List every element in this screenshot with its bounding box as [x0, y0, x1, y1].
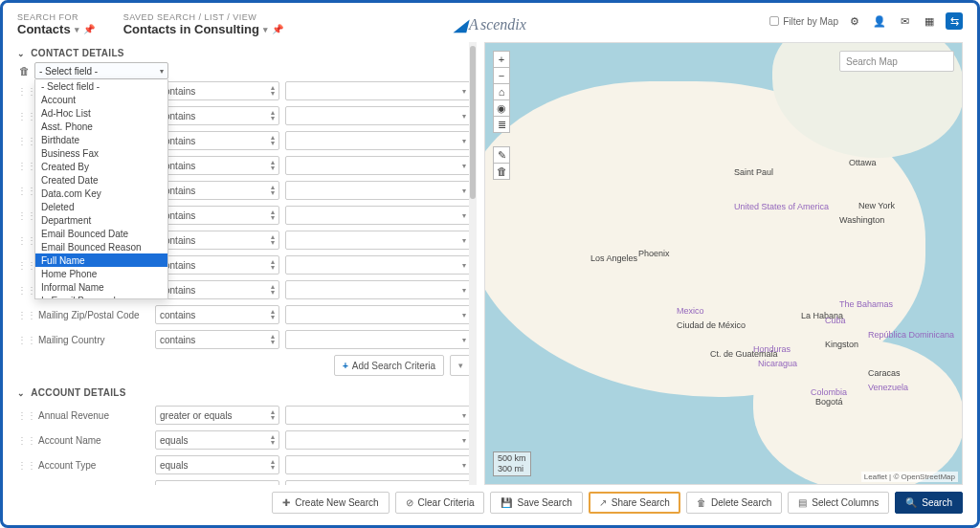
value-input[interactable]: ▾	[285, 131, 471, 150]
operator-select[interactable]: contains▴▾	[155, 156, 279, 175]
value-input[interactable]: ▾	[285, 81, 471, 100]
pin-icon[interactable]: 📌	[272, 24, 283, 34]
drag-handle-icon[interactable]: ⋮⋮	[17, 260, 29, 271]
save-search-button[interactable]: 💾Save Search	[490, 492, 582, 514]
value-input[interactable]: ▾	[285, 330, 471, 349]
scrollbar[interactable]	[469, 42, 477, 485]
operator-select[interactable]: contains▴▾	[155, 81, 279, 100]
field-option[interactable]: Home Phone	[35, 267, 167, 280]
add-search-criteria-button[interactable]: +Add Search Criteria	[334, 355, 444, 376]
field-select[interactable]: - Select field -▾	[34, 62, 168, 79]
criteria-row: ⋮⋮Industryequals▴▾Consulting▾	[17, 478, 471, 485]
operator-select[interactable]: equals▴▾	[155, 430, 279, 450]
map[interactable]: Saint PaulOttawaUnited States of America…	[484, 42, 963, 485]
operator-select[interactable]: contains▴▾	[155, 231, 279, 250]
zoom-out-button[interactable]: −	[493, 67, 510, 84]
field-option[interactable]: - Select field -	[35, 79, 167, 93]
operator-select[interactable]: greater or equals▴▾	[155, 406, 279, 425]
map-layers-button[interactable]: ≣	[493, 116, 510, 133]
drag-handle-icon[interactable]: ⋮⋮	[17, 235, 29, 246]
value-input[interactable]: ▾	[285, 305, 471, 324]
field-option[interactable]: Email Bounced Reason	[35, 240, 167, 253]
pin-icon[interactable]: 📌	[83, 24, 95, 34]
map-draw-button[interactable]: ✎	[493, 146, 510, 164]
value-input[interactable]: ▾	[285, 206, 471, 225]
field-option[interactable]: Department	[35, 213, 167, 227]
drag-handle-icon[interactable]: ⋮⋮	[17, 310, 29, 320]
field-option[interactable]: Created By	[35, 160, 167, 173]
search-for-block[interactable]: SEARCH FOR Contacts▾📌	[17, 12, 95, 36]
field-option[interactable]: Asst. Phone	[35, 120, 167, 133]
field-option[interactable]: Ad-Hoc List	[35, 106, 167, 120]
delete-search-button[interactable]: 🗑Delete Search	[686, 492, 782, 514]
mail-icon[interactable]: ✉	[896, 12, 913, 30]
operator-select[interactable]: contains▴▾	[155, 206, 279, 225]
operator-select[interactable]: contains▴▾	[155, 255, 279, 275]
saved-search-block[interactable]: SAVED SEARCH / LIST / VIEW Contacts in C…	[123, 12, 283, 36]
drag-handle-icon[interactable]: ⋮⋮	[17, 86, 29, 97]
search-button[interactable]: 🔍Search	[895, 492, 963, 514]
expand-criteria-button[interactable]: ▾	[450, 355, 471, 376]
zoom-in-button[interactable]: +	[493, 51, 510, 68]
drag-handle-icon[interactable]: ⋮⋮	[17, 210, 29, 221]
operator-select[interactable]: equals▴▾	[155, 455, 279, 474]
drag-handle-icon[interactable]: ⋮⋮	[17, 410, 29, 421]
drag-handle-icon[interactable]: ⋮⋮	[17, 136, 29, 146]
value-input[interactable]: ▾	[285, 455, 471, 474]
section-contact-details[interactable]: ⌄CONTACT DETAILS	[17, 42, 471, 62]
share-search-button[interactable]: ↗Share Search	[589, 492, 680, 514]
value-input[interactable]: ▾	[285, 430, 471, 450]
clear-criteria-button[interactable]: ⊘Clear Criteria	[395, 492, 485, 514]
value-input[interactable]: ▾	[285, 231, 471, 250]
checkbox-icon[interactable]	[769, 16, 779, 26]
field-select-dropdown[interactable]: - Select field -AccountAd-Hoc ListAsst. …	[34, 79, 168, 299]
operator-select[interactable]: contains▴▾	[155, 330, 279, 349]
create-new-search-button[interactable]: ✚Create New Search	[272, 492, 389, 514]
field-option[interactable]: Is Email Bounced	[35, 294, 167, 299]
map-home-button[interactable]: ⌂	[493, 83, 510, 100]
map-trash-button[interactable]: 🗑	[493, 163, 510, 180]
field-option[interactable]: Created Date	[35, 173, 167, 187]
field-option[interactable]: Full Name	[35, 253, 167, 267]
filter-by-map-toggle[interactable]: Filter by Map	[769, 16, 838, 27]
value-input[interactable]: ▾	[285, 106, 471, 125]
value-input[interactable]: ▾	[285, 181, 471, 200]
operator-select[interactable]: contains▴▾	[155, 280, 279, 299]
panel-toggle-icon[interactable]: ⇆	[946, 12, 963, 30]
field-option[interactable]: Deleted	[35, 200, 167, 213]
field-option[interactable]: Account	[35, 93, 167, 106]
trash-icon[interactable]: 🗑	[17, 65, 31, 77]
operator-select[interactable]: contains▴▾	[155, 131, 279, 150]
user-icon[interactable]: 👤	[871, 12, 888, 30]
section-account-details[interactable]: ⌄ACCOUNT DETAILS	[17, 382, 471, 402]
operator-select[interactable]: contains▴▾	[155, 181, 279, 200]
drag-handle-icon[interactable]: ⋮⋮	[17, 435, 29, 446]
calendar-icon[interactable]: ▦	[921, 12, 938, 30]
value-input[interactable]: Consulting▾	[285, 480, 471, 485]
field-option[interactable]: Informal Name	[35, 280, 167, 294]
map-search-input[interactable]: Search Map	[839, 51, 954, 72]
drag-handle-icon[interactable]: ⋮⋮	[17, 460, 29, 471]
value-input[interactable]: ▾	[285, 280, 471, 299]
value-input[interactable]: ▾	[285, 255, 471, 275]
drag-handle-icon[interactable]: ⋮⋮	[17, 335, 29, 345]
operator-select[interactable]: equals▴▾	[155, 480, 279, 485]
drag-handle-icon[interactable]: ⋮⋮	[17, 285, 29, 296]
field-option[interactable]: Data.com Key	[35, 187, 167, 200]
field-option[interactable]: Business Fax	[35, 146, 167, 160]
caret-down-icon: ▾	[462, 236, 466, 245]
field-option[interactable]: Birthdate	[35, 133, 167, 146]
value-input[interactable]: ▾	[285, 156, 471, 175]
operator-select[interactable]: contains▴▾	[155, 106, 279, 125]
select-columns-button[interactable]: ▤Select Columns	[788, 492, 889, 514]
map-locate-button[interactable]: ◉	[493, 99, 510, 117]
drag-handle-icon[interactable]: ⋮⋮	[17, 161, 29, 171]
operator-select[interactable]: contains▴▾	[155, 305, 279, 324]
scrollbar-thumb[interactable]	[470, 46, 476, 199]
drag-handle-icon[interactable]: ⋮⋮	[17, 111, 29, 121]
field-option[interactable]: Email Bounced Date	[35, 227, 167, 240]
gear-icon[interactable]: ⚙	[846, 12, 863, 30]
drag-handle-icon[interactable]: ⋮⋮	[17, 186, 29, 196]
value-input[interactable]: ▾	[285, 406, 471, 425]
drag-handle-icon[interactable]: ⋮⋮	[17, 485, 29, 486]
